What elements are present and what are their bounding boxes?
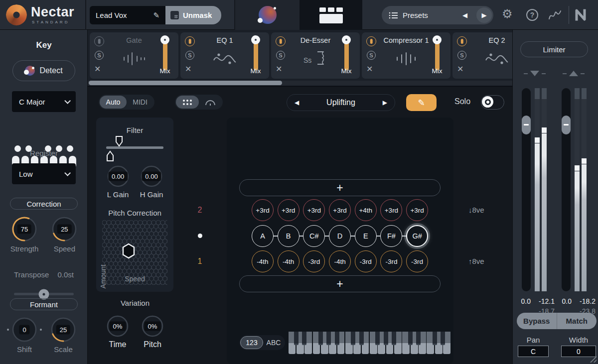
solo-icon[interactable]: S xyxy=(457,51,466,60)
voice2-interval[interactable]: +3rd xyxy=(303,199,325,221)
remove-module-icon[interactable]: ✕ xyxy=(94,64,101,74)
voice2-interval[interactable]: +3rd xyxy=(380,199,402,221)
root-note[interactable]: D xyxy=(329,225,351,247)
knob-strength[interactable]: 75Strength xyxy=(10,216,39,253)
key-select[interactable]: C Major xyxy=(12,91,76,112)
black-key[interactable] xyxy=(416,332,421,345)
tab-assistant-view[interactable] xyxy=(235,0,299,30)
black-key[interactable] xyxy=(294,332,299,345)
width-value-field[interactable]: 0 xyxy=(561,346,596,357)
solo-icon[interactable]: S xyxy=(276,51,285,60)
root-note[interactable]: A xyxy=(252,225,274,247)
black-key[interactable] xyxy=(375,332,380,345)
voice1-interval[interactable]: -4th xyxy=(329,250,351,272)
voice1-interval[interactable]: -3rd xyxy=(406,250,428,272)
voice2-interval[interactable]: +3rd xyxy=(252,199,274,221)
gain-slider-handle[interactable] xyxy=(522,116,531,134)
voice1-interval[interactable]: -3rd xyxy=(303,250,325,272)
root-note[interactable]: C# xyxy=(303,225,325,247)
remove-module-icon[interactable]: ✕ xyxy=(276,64,282,74)
black-key[interactable] xyxy=(351,332,355,345)
add-voice-button-top[interactable]: + xyxy=(239,179,441,196)
output-gain-slider[interactable] xyxy=(522,88,531,291)
black-key[interactable] xyxy=(433,332,437,345)
harmony-preset-selector[interactable]: ◀ Uplifting ▶ xyxy=(287,94,395,111)
black-key[interactable] xyxy=(392,332,396,345)
harmony-preset-prev[interactable]: ◀ xyxy=(295,99,299,106)
black-key[interactable] xyxy=(335,332,339,345)
output-gain-slider[interactable] xyxy=(562,88,571,291)
remove-module-icon[interactable]: ✕ xyxy=(457,64,463,74)
black-key[interactable] xyxy=(302,332,306,345)
filter-high-marker[interactable] xyxy=(115,135,123,147)
limiter-button[interactable]: Limiter xyxy=(520,41,588,57)
arc-view-button[interactable] xyxy=(200,96,221,109)
edit-harmony-button[interactable]: ✎ xyxy=(406,94,437,111)
presets-button[interactable]: Presets ◀ ▶ xyxy=(382,6,493,24)
knob-l-gain[interactable]: 0.00L Gain xyxy=(107,165,130,199)
note-display-numeric-button[interactable]: 123 xyxy=(240,336,263,349)
solo-icon[interactable]: S xyxy=(367,51,376,60)
voice2-interval[interactable]: +4th xyxy=(355,199,377,221)
mix-slider[interactable] xyxy=(341,35,352,71)
help-icon[interactable]: ? xyxy=(526,9,538,21)
unmask-button[interactable]: Unmask xyxy=(165,6,221,24)
solo-icon[interactable]: S xyxy=(185,51,194,60)
grid-view-button[interactable] xyxy=(176,96,199,109)
knob-pitch[interactable]: 0%Pitch xyxy=(141,315,164,349)
root-note[interactable]: B xyxy=(278,225,299,247)
gain-slider-handle[interactable] xyxy=(562,116,571,134)
solo-toggle[interactable] xyxy=(481,95,504,110)
preset-prev-button[interactable]: ◀ xyxy=(462,11,467,19)
mix-slider[interactable] xyxy=(432,35,443,71)
knob-time[interactable]: 0%Time xyxy=(106,315,129,349)
pitch-correction-handle[interactable] xyxy=(121,243,136,259)
voice2-interval[interactable]: +3rd xyxy=(406,199,428,221)
formant-section-button[interactable]: Formant xyxy=(10,298,78,310)
voice1-interval[interactable]: -4th xyxy=(278,250,299,272)
mode-midi-button[interactable]: MIDI xyxy=(128,96,152,109)
knob-speed[interactable]: 25Speed xyxy=(51,216,77,253)
knob-shift[interactable]: 0Shift xyxy=(11,317,37,354)
black-key[interactable] xyxy=(326,332,331,345)
black-key[interactable] xyxy=(408,332,413,345)
mini-keyboard[interactable] xyxy=(288,332,451,354)
pitch-correction-pad[interactable]: Amount Speed xyxy=(102,220,167,285)
root-note[interactable]: G# xyxy=(406,225,428,247)
bypass-button[interactable]: Bypass xyxy=(517,313,557,329)
black-key[interactable] xyxy=(384,332,388,345)
correction-section-button[interactable]: Correction xyxy=(10,198,78,210)
solo-icon[interactable]: S xyxy=(95,51,104,60)
module-card-de-esser[interactable]: S✕De-EsserSsMix xyxy=(271,32,360,79)
track-name-field[interactable]: Lead Vox ✎ xyxy=(90,6,165,24)
knob-scale[interactable]: 25Scale xyxy=(50,317,76,354)
note-display-alpha-button[interactable]: ABC xyxy=(263,339,284,347)
mix-slider[interactable] xyxy=(250,35,261,71)
black-key[interactable] xyxy=(318,332,323,345)
black-key[interactable] xyxy=(441,332,445,345)
transpose-slider[interactable] xyxy=(14,293,74,295)
knob-h-gain[interactable]: 0.00H Gain xyxy=(140,165,163,199)
voice1-interval[interactable]: -4th xyxy=(252,250,274,272)
black-key[interactable] xyxy=(359,332,364,345)
chain-scrollbar-thumb[interactable] xyxy=(89,81,282,85)
filter-low-marker[interactable] xyxy=(106,150,114,162)
remove-module-icon[interactable]: ✕ xyxy=(185,64,191,74)
settings-gear-icon[interactable]: ⚙ xyxy=(502,7,513,21)
mix-slider[interactable] xyxy=(159,35,170,71)
register-select[interactable]: Low xyxy=(12,163,76,184)
tab-modules-view[interactable] xyxy=(299,0,362,30)
root-note[interactable]: F# xyxy=(380,225,402,247)
module-card-gate[interactable]: S✕GateMix xyxy=(90,32,178,79)
transpose-slider-thumb[interactable] xyxy=(39,289,49,299)
module-card-compressor-1[interactable]: S✕Compressor 1Mix xyxy=(362,32,450,79)
pan-value-field[interactable]: C xyxy=(518,346,549,357)
signature-squiggle-icon[interactable] xyxy=(547,8,562,24)
preset-next-button[interactable]: ▶ xyxy=(476,7,492,23)
voice1-interval[interactable]: -3rd xyxy=(355,250,377,272)
module-card-eq-1[interactable]: S✕EQ 1Mix xyxy=(180,32,269,79)
voice2-interval[interactable]: +3rd xyxy=(329,199,351,221)
remove-module-icon[interactable]: ✕ xyxy=(366,64,373,74)
detect-key-button[interactable]: Detect xyxy=(12,60,75,81)
edit-pencil-icon[interactable]: ✎ xyxy=(153,11,159,20)
